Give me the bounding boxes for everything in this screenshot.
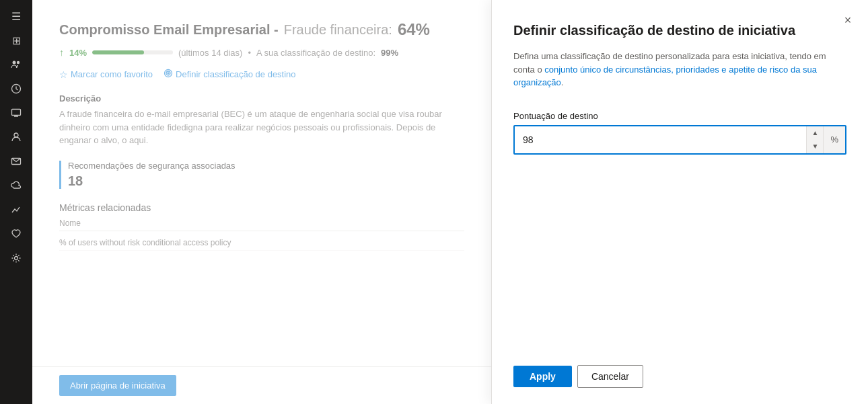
main-content: Compromisso Email Empresarial - Fraude f… (32, 0, 491, 404)
spinner-down-button[interactable]: ▼ (807, 140, 823, 153)
mail-icon[interactable] (5, 151, 27, 172)
cloud-icon[interactable] (5, 175, 27, 196)
input-spinners: ▲ ▼ (806, 126, 823, 153)
clock-icon[interactable] (5, 78, 27, 99)
cancel-button[interactable]: Cancelar (577, 365, 643, 388)
percent-suffix: % (823, 126, 845, 153)
svg-point-1 (17, 61, 20, 64)
spinner-up-button[interactable]: ▲ (807, 126, 823, 140)
home-icon[interactable]: ⊞ (5, 30, 27, 51)
dialog-description-end: . (561, 77, 564, 87)
score-input-container: ▲ ▼ % (513, 125, 846, 155)
sidebar: ☰ ⊞ (0, 0, 32, 404)
dialog-panel: × Definir classificação de destino de in… (491, 0, 868, 404)
dialog-description-link[interactable]: conjunto único de circunstâncias, priori… (513, 65, 817, 88)
svg-rect-3 (12, 110, 21, 116)
chart-icon[interactable] (5, 199, 27, 220)
apply-button[interactable]: Apply (513, 366, 572, 387)
score-input[interactable] (515, 126, 806, 153)
person-icon[interactable] (5, 126, 27, 148)
form-group-score: Pontuação de destino ▲ ▼ % (513, 111, 846, 155)
monitor-icon[interactable] (5, 102, 27, 124)
dialog-footer: Apply Cancelar (513, 365, 846, 388)
field-label: Pontuação de destino (513, 111, 846, 121)
menu-icon[interactable]: ☰ (5, 5, 27, 27)
overlay (32, 0, 491, 404)
svg-point-4 (14, 133, 18, 137)
dialog-description: Defina uma classificação de destino pers… (513, 50, 846, 89)
svg-point-6 (15, 257, 18, 260)
people-icon[interactable] (5, 54, 27, 75)
dialog-title: Definir classificação de destino de inic… (513, 22, 846, 39)
dialog-spacer (513, 165, 846, 366)
settings-icon[interactable] (5, 247, 27, 269)
close-button[interactable]: × (838, 11, 857, 30)
svg-point-0 (13, 61, 16, 65)
heart-icon[interactable] (5, 223, 27, 245)
